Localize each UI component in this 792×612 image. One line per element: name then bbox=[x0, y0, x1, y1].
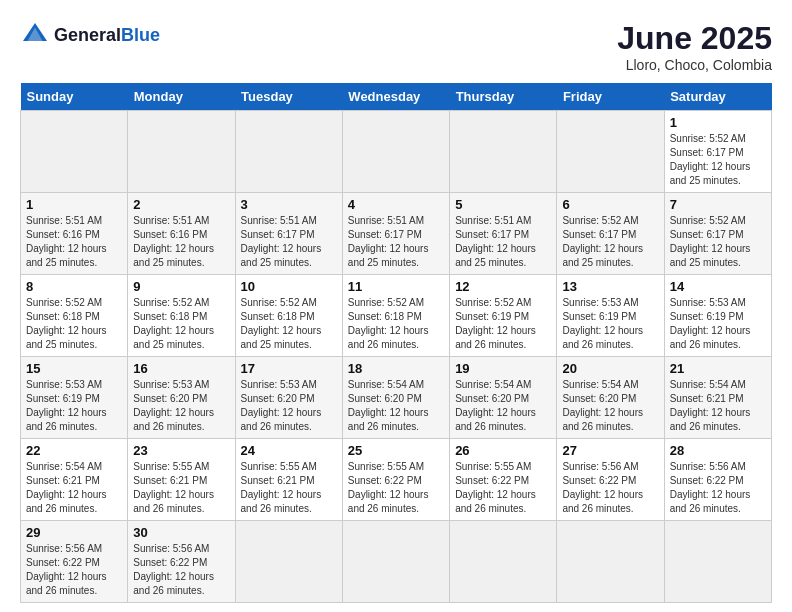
day-number: 16 bbox=[133, 361, 229, 376]
month-title: June 2025 bbox=[617, 20, 772, 57]
day-detail: Sunrise: 5:52 AMSunset: 6:19 PMDaylight:… bbox=[455, 296, 551, 352]
calendar-cell: 21Sunrise: 5:54 AMSunset: 6:21 PMDayligh… bbox=[664, 357, 771, 439]
calendar-cell: 9Sunrise: 5:52 AMSunset: 6:18 PMDaylight… bbox=[128, 275, 235, 357]
calendar-week-row: 1Sunrise: 5:51 AMSunset: 6:16 PMDaylight… bbox=[21, 193, 772, 275]
day-detail: Sunrise: 5:52 AMSunset: 6:18 PMDaylight:… bbox=[241, 296, 337, 352]
day-number: 13 bbox=[562, 279, 658, 294]
calendar-cell: 20Sunrise: 5:54 AMSunset: 6:20 PMDayligh… bbox=[557, 357, 664, 439]
day-detail: Sunrise: 5:54 AMSunset: 6:20 PMDaylight:… bbox=[348, 378, 444, 434]
column-header-tuesday: Tuesday bbox=[235, 83, 342, 111]
day-detail: Sunrise: 5:51 AMSunset: 6:17 PMDaylight:… bbox=[241, 214, 337, 270]
day-number: 30 bbox=[133, 525, 229, 540]
calendar-cell bbox=[235, 111, 342, 193]
calendar-cell: 25Sunrise: 5:55 AMSunset: 6:22 PMDayligh… bbox=[342, 439, 449, 521]
column-header-monday: Monday bbox=[128, 83, 235, 111]
day-detail: Sunrise: 5:52 AMSunset: 6:18 PMDaylight:… bbox=[348, 296, 444, 352]
calendar-cell: 8Sunrise: 5:52 AMSunset: 6:18 PMDaylight… bbox=[21, 275, 128, 357]
column-header-saturday: Saturday bbox=[664, 83, 771, 111]
calendar-cell: 17Sunrise: 5:53 AMSunset: 6:20 PMDayligh… bbox=[235, 357, 342, 439]
day-detail: Sunrise: 5:53 AMSunset: 6:19 PMDaylight:… bbox=[26, 378, 122, 434]
calendar-week-row: 22Sunrise: 5:54 AMSunset: 6:21 PMDayligh… bbox=[21, 439, 772, 521]
day-number: 9 bbox=[133, 279, 229, 294]
header: GeneralBlue June 2025 Lloro, Choco, Colo… bbox=[20, 20, 772, 73]
calendar-cell: 29Sunrise: 5:56 AMSunset: 6:22 PMDayligh… bbox=[21, 521, 128, 603]
calendar-cell: 23Sunrise: 5:55 AMSunset: 6:21 PMDayligh… bbox=[128, 439, 235, 521]
day-number: 2 bbox=[133, 197, 229, 212]
day-number: 4 bbox=[348, 197, 444, 212]
day-number: 7 bbox=[670, 197, 766, 212]
calendar-cell: 18Sunrise: 5:54 AMSunset: 6:20 PMDayligh… bbox=[342, 357, 449, 439]
day-number: 10 bbox=[241, 279, 337, 294]
calendar-cell bbox=[557, 521, 664, 603]
day-number: 15 bbox=[26, 361, 122, 376]
day-number: 11 bbox=[348, 279, 444, 294]
day-number: 12 bbox=[455, 279, 551, 294]
calendar-cell: 19Sunrise: 5:54 AMSunset: 6:20 PMDayligh… bbox=[450, 357, 557, 439]
day-detail: Sunrise: 5:56 AMSunset: 6:22 PMDaylight:… bbox=[26, 542, 122, 598]
day-detail: Sunrise: 5:55 AMSunset: 6:22 PMDaylight:… bbox=[455, 460, 551, 516]
calendar-table: SundayMondayTuesdayWednesdayThursdayFrid… bbox=[20, 83, 772, 603]
calendar-cell: 16Sunrise: 5:53 AMSunset: 6:20 PMDayligh… bbox=[128, 357, 235, 439]
calendar-cell: 26Sunrise: 5:55 AMSunset: 6:22 PMDayligh… bbox=[450, 439, 557, 521]
day-detail: Sunrise: 5:55 AMSunset: 6:21 PMDaylight:… bbox=[133, 460, 229, 516]
calendar-week-row: 8Sunrise: 5:52 AMSunset: 6:18 PMDaylight… bbox=[21, 275, 772, 357]
day-number: 6 bbox=[562, 197, 658, 212]
day-number: 22 bbox=[26, 443, 122, 458]
logo-icon bbox=[20, 20, 50, 50]
day-number: 29 bbox=[26, 525, 122, 540]
day-number: 24 bbox=[241, 443, 337, 458]
title-area: June 2025 Lloro, Choco, Colombia bbox=[617, 20, 772, 73]
calendar-week-row: 15Sunrise: 5:53 AMSunset: 6:19 PMDayligh… bbox=[21, 357, 772, 439]
day-detail: Sunrise: 5:52 AMSunset: 6:18 PMDaylight:… bbox=[26, 296, 122, 352]
calendar-cell: 13Sunrise: 5:53 AMSunset: 6:19 PMDayligh… bbox=[557, 275, 664, 357]
calendar-cell: 24Sunrise: 5:55 AMSunset: 6:21 PMDayligh… bbox=[235, 439, 342, 521]
calendar-cell: 6Sunrise: 5:52 AMSunset: 6:17 PMDaylight… bbox=[557, 193, 664, 275]
day-detail: Sunrise: 5:56 AMSunset: 6:22 PMDaylight:… bbox=[133, 542, 229, 598]
calendar-cell: 4Sunrise: 5:51 AMSunset: 6:17 PMDaylight… bbox=[342, 193, 449, 275]
calendar-cell bbox=[557, 111, 664, 193]
logo-text-blue: Blue bbox=[121, 25, 160, 45]
calendar-cell: 1Sunrise: 5:52 AMSunset: 6:17 PMDaylight… bbox=[664, 111, 771, 193]
day-number: 26 bbox=[455, 443, 551, 458]
day-detail: Sunrise: 5:54 AMSunset: 6:20 PMDaylight:… bbox=[455, 378, 551, 434]
day-number: 1 bbox=[670, 115, 766, 130]
day-number: 3 bbox=[241, 197, 337, 212]
calendar-cell: 3Sunrise: 5:51 AMSunset: 6:17 PMDaylight… bbox=[235, 193, 342, 275]
calendar-cell bbox=[21, 111, 128, 193]
calendar-cell bbox=[235, 521, 342, 603]
calendar-week-row: 29Sunrise: 5:56 AMSunset: 6:22 PMDayligh… bbox=[21, 521, 772, 603]
day-detail: Sunrise: 5:52 AMSunset: 6:17 PMDaylight:… bbox=[562, 214, 658, 270]
calendar-cell: 30Sunrise: 5:56 AMSunset: 6:22 PMDayligh… bbox=[128, 521, 235, 603]
day-number: 1 bbox=[26, 197, 122, 212]
day-detail: Sunrise: 5:55 AMSunset: 6:22 PMDaylight:… bbox=[348, 460, 444, 516]
calendar-cell: 5Sunrise: 5:51 AMSunset: 6:17 PMDaylight… bbox=[450, 193, 557, 275]
calendar-cell bbox=[342, 521, 449, 603]
calendar-cell: 28Sunrise: 5:56 AMSunset: 6:22 PMDayligh… bbox=[664, 439, 771, 521]
calendar-cell: 14Sunrise: 5:53 AMSunset: 6:19 PMDayligh… bbox=[664, 275, 771, 357]
column-header-friday: Friday bbox=[557, 83, 664, 111]
day-number: 21 bbox=[670, 361, 766, 376]
day-number: 20 bbox=[562, 361, 658, 376]
day-number: 28 bbox=[670, 443, 766, 458]
day-number: 19 bbox=[455, 361, 551, 376]
day-number: 18 bbox=[348, 361, 444, 376]
day-detail: Sunrise: 5:53 AMSunset: 6:19 PMDaylight:… bbox=[562, 296, 658, 352]
calendar-cell: 1Sunrise: 5:51 AMSunset: 6:16 PMDaylight… bbox=[21, 193, 128, 275]
day-detail: Sunrise: 5:53 AMSunset: 6:20 PMDaylight:… bbox=[241, 378, 337, 434]
calendar-cell bbox=[450, 521, 557, 603]
day-detail: Sunrise: 5:54 AMSunset: 6:21 PMDaylight:… bbox=[26, 460, 122, 516]
day-detail: Sunrise: 5:52 AMSunset: 6:18 PMDaylight:… bbox=[133, 296, 229, 352]
calendar-week-row: 1Sunrise: 5:52 AMSunset: 6:17 PMDaylight… bbox=[21, 111, 772, 193]
day-number: 8 bbox=[26, 279, 122, 294]
calendar-cell: 15Sunrise: 5:53 AMSunset: 6:19 PMDayligh… bbox=[21, 357, 128, 439]
calendar-header-row: SundayMondayTuesdayWednesdayThursdayFrid… bbox=[21, 83, 772, 111]
day-detail: Sunrise: 5:55 AMSunset: 6:21 PMDaylight:… bbox=[241, 460, 337, 516]
calendar-cell bbox=[664, 521, 771, 603]
day-detail: Sunrise: 5:53 AMSunset: 6:20 PMDaylight:… bbox=[133, 378, 229, 434]
day-detail: Sunrise: 5:54 AMSunset: 6:20 PMDaylight:… bbox=[562, 378, 658, 434]
day-number: 14 bbox=[670, 279, 766, 294]
day-detail: Sunrise: 5:56 AMSunset: 6:22 PMDaylight:… bbox=[670, 460, 766, 516]
calendar-cell bbox=[450, 111, 557, 193]
column-header-wednesday: Wednesday bbox=[342, 83, 449, 111]
day-detail: Sunrise: 5:52 AMSunset: 6:17 PMDaylight:… bbox=[670, 214, 766, 270]
